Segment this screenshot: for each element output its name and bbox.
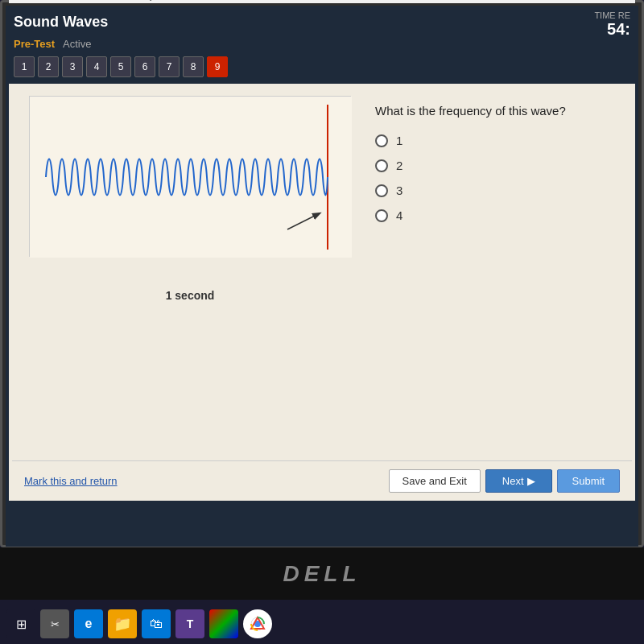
q-btn-3[interactable]: 3 bbox=[62, 56, 83, 77]
q-btn-2[interactable]: 2 bbox=[38, 56, 59, 77]
dell-area: DELL bbox=[0, 547, 644, 600]
answer-option-2[interactable]: 2 bbox=[375, 159, 607, 172]
q-btn-5[interactable]: 5 bbox=[110, 56, 131, 77]
taskbar-folder-icon[interactable]: 📁 bbox=[108, 609, 137, 638]
header: Sound Waves TIME RE 54: bbox=[6, 6, 638, 34]
question-row: 1 second What is the frequency of this w… bbox=[9, 84, 635, 501]
wave-svg bbox=[30, 97, 352, 258]
answer-label-2: 2 bbox=[396, 159, 402, 172]
q-btn-4[interactable]: 4 bbox=[86, 56, 107, 77]
wave-svg-container bbox=[29, 96, 351, 257]
q-btn-7[interactable]: 7 bbox=[159, 56, 180, 77]
radio-2[interactable] bbox=[375, 159, 388, 172]
time-label: TIME RE bbox=[594, 10, 630, 20]
app-title: Sound Waves bbox=[14, 14, 108, 31]
q-btn-9[interactable]: 9 bbox=[207, 56, 228, 77]
taskbar-start-icon[interactable]: ⊞ bbox=[6, 609, 35, 638]
diagram-label: 1 second bbox=[166, 289, 215, 302]
question-text: What is the frequency of this wave? bbox=[375, 104, 607, 118]
taskbar-snip-icon[interactable]: ✂ bbox=[40, 609, 69, 638]
time-value: 54: bbox=[594, 20, 630, 39]
q-btn-6[interactable]: 6 bbox=[134, 56, 155, 77]
answer-option-1[interactable]: 1 bbox=[375, 134, 607, 147]
taskbar-store-icon[interactable]: 🛍 bbox=[142, 609, 171, 638]
submit-button[interactable]: Submit bbox=[557, 469, 620, 493]
q-btn-8[interactable]: 8 bbox=[183, 56, 204, 77]
taskbar-chrome-icon[interactable] bbox=[243, 609, 272, 638]
taskbar: ⊞ ✂ e 📁 🛍 T bbox=[0, 604, 644, 644]
answer-label-1: 1 bbox=[396, 134, 402, 147]
taskbar-app1-icon[interactable] bbox=[209, 609, 238, 638]
answer-label-4: 4 bbox=[396, 208, 402, 222]
radio-4[interactable] bbox=[375, 209, 388, 222]
wave-diagram-area: 1 second bbox=[21, 96, 359, 489]
taskbar-edge-icon[interactable]: e bbox=[74, 609, 103, 638]
next-label: Next bbox=[502, 475, 524, 487]
q-btn-1[interactable]: 1 bbox=[14, 56, 35, 77]
next-button[interactable]: Next ▶ bbox=[485, 469, 552, 493]
save-exit-button[interactable]: Save and Exit bbox=[389, 469, 481, 493]
answer-label-3: 3 bbox=[396, 184, 402, 197]
url-bar: /Viewers/AssessmentViewer/Activity# bbox=[9, 0, 635, 3]
question-nav: 1 2 3 4 5 6 7 8 9 bbox=[6, 53, 638, 80]
next-arrow-icon: ▶ bbox=[527, 475, 535, 487]
pre-test-label: Pre-Test bbox=[14, 38, 55, 50]
screen: Sound Waves TIME RE 54: Pre-Test Active … bbox=[6, 6, 638, 547]
radio-1[interactable] bbox=[375, 134, 388, 147]
qa-area: What is the frequency of this wave? 1 2 … bbox=[359, 96, 623, 489]
answer-option-4[interactable]: 4 bbox=[375, 208, 607, 222]
bottom-bar: Mark this and return Save and Exit Next … bbox=[12, 460, 632, 501]
taskbar-teams-icon[interactable]: T bbox=[175, 609, 204, 638]
content-area: 1 second What is the frequency of this w… bbox=[9, 84, 635, 501]
active-label: Active bbox=[63, 38, 91, 50]
sub-header: Pre-Test Active bbox=[6, 34, 638, 53]
answer-option-3[interactable]: 3 bbox=[375, 184, 607, 197]
mark-return-link[interactable]: Mark this and return bbox=[24, 475, 118, 487]
dell-logo: DELL bbox=[283, 561, 361, 587]
monitor: Sound Waves TIME RE 54: Pre-Test Active … bbox=[0, 0, 644, 547]
time-remaining: TIME RE 54: bbox=[594, 10, 630, 39]
radio-3[interactable] bbox=[375, 184, 388, 197]
url-text: /Viewers/AssessmentViewer/Activity# bbox=[12, 0, 159, 1]
